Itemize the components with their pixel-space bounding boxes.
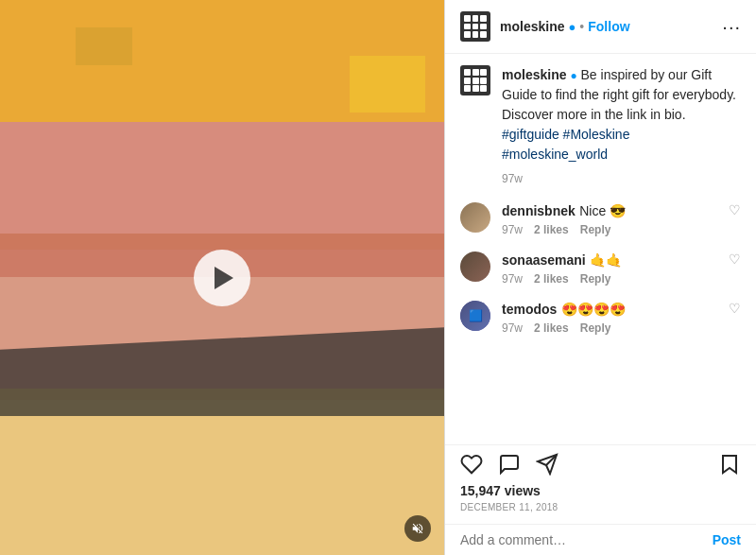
comments-area: moleskine ● Be inspired by our Gift Guid…: [445, 54, 756, 444]
comment-item: 🟦 temodos 😍😍😍😍 97w 2 likes Reply ♡: [460, 301, 741, 335]
add-comment-bar: Post: [445, 524, 756, 555]
comment-text: Nice 😎: [579, 203, 626, 218]
more-options-button[interactable]: ···: [722, 16, 741, 38]
comment-meta: 97w 2 likes Reply: [502, 321, 717, 335]
comment-time: 97w: [502, 223, 523, 236]
bookmark-icon: [718, 453, 741, 476]
comment-username[interactable]: dennisbnek: [502, 203, 576, 218]
heart-icon: [460, 453, 483, 476]
comment-content-temodos: temodos 😍😍😍😍 97w 2 likes Reply: [502, 301, 717, 335]
video-panel: [0, 0, 444, 555]
caption-hashtags: #giftguide #Moleskine#moleskine_world: [502, 127, 629, 162]
comment-meta: 97w 2 likes Reply: [502, 223, 717, 236]
comment-likes: 2 likes: [534, 223, 569, 236]
comment-like-button[interactable]: ♡: [729, 301, 741, 316]
views-count: 15,947 views: [460, 483, 741, 498]
post-header: moleskine ● • Follow ···: [445, 0, 756, 54]
comment-like-button[interactable]: ♡: [729, 202, 741, 217]
comment-icon: [498, 453, 521, 476]
comment-avatar-dennis: [460, 202, 490, 233]
play-button[interactable]: [194, 250, 250, 306]
comment-username[interactable]: temodos: [502, 302, 557, 317]
caption-avatar: [460, 65, 490, 95]
header-username[interactable]: moleskine: [500, 19, 564, 34]
comment-input[interactable]: [460, 532, 713, 547]
comment-meta: 97w 2 likes Reply: [502, 272, 717, 286]
comment-likes: 2 likes: [534, 272, 569, 286]
save-action-button[interactable]: [718, 453, 741, 476]
comment-action-button[interactable]: [498, 453, 521, 476]
comment-reply-button[interactable]: Reply: [580, 321, 611, 335]
comment-item: sonaasemani 🤙🤙 97w 2 likes Reply ♡: [460, 251, 741, 286]
caption-verified: ●: [570, 69, 576, 82]
like-action-button[interactable]: [460, 453, 483, 476]
post-comment-button[interactable]: Post: [713, 532, 741, 547]
mute-icon: [411, 522, 424, 535]
comment-reply-button[interactable]: Reply: [580, 272, 611, 286]
comment-reply-button[interactable]: Reply: [580, 223, 611, 236]
comment-username[interactable]: sonaasemani: [502, 252, 586, 268]
caption-username[interactable]: moleskine: [502, 67, 566, 82]
dot-separator: •: [579, 19, 584, 34]
play-icon: [215, 267, 233, 289]
share-action-button[interactable]: [536, 453, 558, 476]
comment-content-sona: sonaasemani 🤙🤙 97w 2 likes Reply: [502, 251, 717, 286]
comment-text: 😍😍😍😍: [561, 302, 626, 317]
comment-likes: 2 likes: [534, 321, 569, 335]
comment-avatar-temodos: 🟦: [460, 301, 490, 331]
comment-time: 97w: [502, 321, 523, 335]
post-date: DECEMBER 11, 2018: [460, 502, 741, 512]
comment-text: 🤙🤙: [590, 252, 622, 268]
action-icons: [460, 453, 741, 476]
comment-avatar-sona: [460, 251, 490, 282]
header-verified-badge: ●: [568, 20, 576, 34]
follow-button[interactable]: Follow: [588, 19, 629, 34]
comment-content-dennis: dennisbnek Nice 😎 97w 2 likes Reply: [502, 202, 717, 236]
right-panel: moleskine ● • Follow ··· moleskine ● Be …: [444, 0, 756, 555]
svg-marker-2: [723, 456, 736, 473]
comment-item: dennisbnek Nice 😎 97w 2 likes Reply ♡: [460, 202, 741, 236]
caption-time: 97w: [502, 170, 741, 187]
actions-bar: 15,947 views DECEMBER 11, 2018: [445, 444, 756, 524]
mute-button[interactable]: [404, 515, 431, 542]
caption-content: moleskine ● Be inspired by our Gift Guid…: [502, 65, 741, 187]
header-avatar: [460, 11, 490, 42]
comment-like-button[interactable]: ♡: [729, 251, 741, 267]
caption-item: moleskine ● Be inspired by our Gift Guid…: [460, 65, 741, 187]
comment-time: 97w: [502, 272, 523, 286]
header-info: moleskine ● • Follow: [500, 19, 722, 34]
share-icon: [536, 453, 558, 476]
